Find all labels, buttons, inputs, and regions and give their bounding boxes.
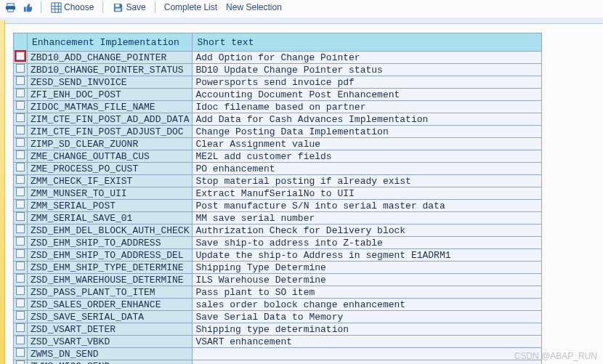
row-selector[interactable] [14,249,28,262]
left-tab-strip[interactable] [0,20,5,364]
cell-enhancement-name[interactable]: ZBD10_ADD_CHANGE_POINTER [28,52,193,64]
cell-short-text[interactable]: VSART enhancement [193,336,542,348]
cell-enhancement-name[interactable]: ZSD_PASS_PLANT_TO_ITEM [28,286,193,299]
row-selector[interactable] [14,274,28,286]
row-select-box[interactable] [16,126,25,134]
row-selector[interactable] [14,163,28,175]
cell-short-text[interactable]: Update the ship-to Address in segment E1… [193,249,542,262]
cell-enhancement-name[interactable]: ZSD_VSART_VBKD [28,336,193,348]
table-row[interactable]: ZIM_CTE_FIN_POST_AD_ADD_DATAAdd Data for… [14,113,542,126]
cell-enhancement-name[interactable]: ZSD_EHM_SHIP_TO_ADDRESS [28,237,193,249]
row-select-box[interactable] [16,113,25,122]
cell-short-text[interactable]: sales order bolock change enhancement [193,299,542,311]
row-select-box[interactable] [16,64,25,73]
choose-button[interactable]: Choose [49,1,95,13]
row-selector[interactable] [14,262,28,274]
table-row[interactable]: ZWMS_MIGO_SEND [14,360,542,365]
row-selector[interactable] [14,299,28,311]
table-row[interactable]: ZSD_EHM_DEL_BLOCK_AUTH_CHECKAuthrization… [14,225,542,237]
row-selector[interactable] [14,126,28,138]
table-row[interactable]: ZIM_CTE_FIN_POST_ADJUST_DOCChange Postin… [14,126,542,138]
row-select-box[interactable] [16,249,25,258]
row-select-box[interactable] [16,348,25,357]
table-row[interactable]: ZMM_CHECK_IF_EXISTStop material posting … [14,175,542,187]
row-selector[interactable] [14,225,28,237]
row-selector[interactable] [14,212,28,225]
cell-enhancement-name[interactable]: ZMM_MUNSER_TO_UII [28,187,193,200]
cell-short-text[interactable]: Add Data for Cash Advances Implementatio… [193,113,542,126]
cell-enhancement-name[interactable]: ZWMS_DN_SEND [28,348,193,360]
cell-short-text[interactable]: ILS Warehouse Determine [193,274,542,286]
cell-short-text[interactable]: Save ship-to address into Z-table [193,237,542,249]
cell-short-text[interactable]: BD10 Update Change Pointer status [193,64,542,76]
table-row[interactable]: ZME_CHANGE_OUTTAB_CUSME2L add customer f… [14,150,542,163]
complete-list-button[interactable]: Complete List [163,2,219,12]
cell-short-text[interactable]: MM save serial number [193,212,542,225]
cell-enhancement-name[interactable]: ZWMS_MIGO_SEND [28,360,193,365]
row-select-box[interactable] [16,76,25,85]
table-row[interactable]: ZSD_SAVE_SERIAL_DATASave Serial Data to … [14,311,542,323]
row-selector[interactable] [14,187,28,200]
cell-short-text[interactable]: Accounting Document Post Enhancement [193,89,542,101]
cell-enhancement-name[interactable]: ZMM_CHECK_IF_EXIST [28,175,193,187]
table-row[interactable]: ZWMS_DN_SEND [14,348,542,360]
row-select-box[interactable] [16,89,25,97]
cell-enhancement-name[interactable]: ZIM_CTE_FIN_POST_AD_ADD_DATA [28,113,193,126]
cell-short-text[interactable]: Post manufacture S/N into serial master … [193,200,542,212]
row-select-box[interactable] [16,311,25,320]
cell-short-text[interactable]: Change Posting Data Implementation [193,126,542,138]
row-select-box[interactable] [16,101,25,110]
cell-short-text[interactable]: Save Serial Data to Memory [193,311,542,323]
cell-enhancement-name[interactable]: ZMM_SERIAL_SAVE_01 [28,212,193,225]
cell-enhancement-name[interactable]: ZIMP_SD_CLEAR_ZUONR [28,138,193,150]
row-select-box[interactable] [16,200,25,209]
cell-short-text[interactable]: Powersports send invoice pdf [193,76,542,89]
row-select-box[interactable] [16,175,25,184]
table-row[interactable]: ZSD_SALES_ORDER_ENHANCEsales order boloc… [14,299,542,311]
row-select-box[interactable] [16,150,25,159]
cell-short-text[interactable]: Shipping type determination [193,323,542,336]
col-header-name[interactable]: Enhancement Implementation [28,33,193,52]
table-row[interactable]: ZSD_VSART_VBKDVSART enhancement [14,336,542,348]
row-select-box[interactable] [16,274,25,283]
cell-short-text[interactable]: Add Option for Change Pointer [193,52,542,64]
row-selector[interactable] [14,237,28,249]
cell-enhancement-name[interactable]: ZSD_VSART_DETER [28,323,193,336]
row-select-box[interactable] [16,262,25,270]
cell-enhancement-name[interactable]: ZSD_EHM_WAREHOUSE_DETERMINE [28,274,193,286]
row-select-box[interactable] [16,299,25,307]
row-select-box[interactable] [16,225,25,233]
row-selector[interactable] [14,323,28,336]
table-row[interactable]: ZSD_VSART_DETERShipping type determinati… [14,323,542,336]
row-selector[interactable] [14,336,28,348]
table-row[interactable]: ZSD_EHM_SHIP_TYPE_DETERMINEShipping Type… [14,262,542,274]
cell-short-text[interactable]: Shipping Type Determine [193,262,542,274]
cell-enhancement-name[interactable]: ZSD_EHM_SHIP_TYPE_DETERMINE [28,262,193,274]
table-row[interactable]: ZSD_EHM_WAREHOUSE_DETERMINEILS Warehouse… [14,274,542,286]
cell-enhancement-name[interactable]: ZMM_SERIAL_POST [28,200,193,212]
table-row[interactable]: ZMM_MUNSER_TO_UIIExtract ManufSerialNo t… [14,187,542,200]
row-select-box[interactable] [16,237,25,246]
thumbs-up-icon[interactable] [22,1,33,13]
table-row[interactable]: ZMM_SERIAL_SAVE_01MM save serial number [14,212,542,225]
save-button[interactable]: Save [110,1,147,13]
cell-enhancement-name[interactable]: ZSD_EHM_SHIP_TO_ADDRESS_DEL [28,249,193,262]
cell-short-text[interactable]: Idoc filename based on partner [193,101,542,113]
row-selector[interactable] [14,101,28,113]
cell-short-text[interactable]: ME2L add customer fields [193,150,542,163]
row-select-box[interactable] [16,138,25,147]
cell-short-text[interactable]: Extract ManufSerialNo to UII [193,187,542,200]
table-row[interactable]: ZSD_PASS_PLANT_TO_ITEMPass plant to SO i… [14,286,542,299]
cell-short-text[interactable] [193,348,542,360]
row-selector[interactable] [14,348,28,360]
cell-enhancement-name[interactable]: ZESD_SEND_INVOICE [28,76,193,89]
row-select-box[interactable] [16,163,25,171]
row-selector[interactable] [14,200,28,212]
row-selector[interactable] [14,89,28,101]
cell-short-text[interactable]: Pass plant to SO item [193,286,542,299]
cell-short-text[interactable]: PO enhancement [193,163,542,175]
table-row[interactable]: ZESD_SEND_INVOICEPowersports send invoic… [14,76,542,89]
new-selection-button[interactable]: New Selection [224,2,283,12]
row-selector[interactable] [14,64,28,76]
row-selector[interactable] [14,311,28,323]
